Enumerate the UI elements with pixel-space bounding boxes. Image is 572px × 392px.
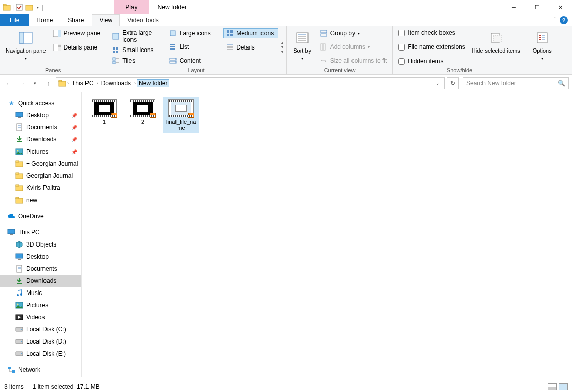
medium-icons-button[interactable]: Medium icons: [223, 28, 278, 38]
svg-rect-64: [16, 197, 19, 199]
qat-dropdown-icon[interactable]: ▾: [35, 5, 41, 10]
file-item[interactable]: 2: [124, 97, 161, 133]
collapse-ribbon-icon[interactable]: ˆ: [554, 17, 556, 23]
tree-item-desktop[interactable]: Desktop: [0, 251, 81, 263]
file-item[interactable]: 1: [86, 97, 122, 133]
tab-share[interactable]: Share: [60, 14, 92, 26]
tree-network[interactable]: Network: [0, 364, 81, 376]
breadcrumb-this-pc[interactable]: This PC: [70, 80, 96, 87]
content-button[interactable]: Content: [166, 56, 221, 66]
file-list[interactable]: 12final_file_name: [82, 92, 572, 377]
tree-item-documents[interactable]: Documents: [0, 263, 81, 275]
layout-scroll-down-icon[interactable]: ▾: [281, 45, 283, 50]
svg-point-83: [21, 353, 22, 354]
tree-item-desktop[interactable]: Desktop📌: [0, 109, 81, 121]
svg-rect-50: [18, 117, 21, 118]
tree-item-music[interactable]: Music: [0, 287, 81, 299]
tree-item-downloads[interactable]: Downloads: [0, 275, 81, 287]
tree-item-georgian-journal[interactable]: Georgian Journal: [0, 170, 81, 182]
file-item[interactable]: final_file_name: [163, 97, 199, 133]
layout-scroll-up-icon[interactable]: ▴: [281, 40, 283, 45]
small-icons-icon: [112, 46, 120, 54]
status-count: 3 items: [4, 383, 24, 390]
svg-rect-12: [113, 33, 119, 39]
minimize-button[interactable]: ─: [502, 0, 525, 14]
size-columns-button[interactable]: Size all columns to fit: [317, 56, 390, 66]
tree-item-pictures[interactable]: Pictures: [0, 299, 81, 311]
tree-item-3d-objects[interactable]: 3D Objects: [0, 238, 81, 251]
file-name: final_file_name: [164, 119, 198, 131]
status-bar: 3 items 1 item selected 17.1 MB: [0, 381, 572, 392]
tree-item-videos[interactable]: Videos: [0, 311, 81, 323]
tree-item-local-disk-d-[interactable]: Local Disk (D:): [0, 335, 81, 348]
small-icons-button[interactable]: Small icons: [109, 45, 164, 55]
sort-by-button[interactable]: Sort by▾: [290, 28, 315, 66]
refresh-button[interactable]: ↻: [447, 77, 459, 89]
tree-item-documents[interactable]: Documents📌: [0, 121, 81, 133]
svg-rect-60: [16, 173, 19, 174]
navigation-pane-button[interactable]: Navigation pane▾: [3, 28, 49, 66]
svg-rect-7: [58, 30, 61, 37]
tiles-button[interactable]: Tiles: [109, 56, 164, 66]
nav-pane-icon: [18, 30, 34, 46]
hidden-items-checkbox[interactable]: Hidden items: [396, 57, 467, 66]
tab-view[interactable]: View: [92, 14, 120, 26]
svg-rect-9: [58, 44, 61, 51]
extra-large-icons-button[interactable]: Extra large icons: [109, 28, 164, 44]
large-icons-button[interactable]: Large icons: [166, 28, 221, 38]
cloud-icon: [7, 212, 15, 220]
file-extensions-checkbox[interactable]: File name extensions: [396, 42, 467, 52]
list-button[interactable]: List: [166, 42, 221, 52]
options-button[interactable]: Options▾: [530, 28, 555, 66]
details-view-button[interactable]: Details: [223, 42, 278, 53]
up-button[interactable]: ↑: [42, 78, 54, 89]
tree-item-local-disk-e-[interactable]: Local Disk (E:): [0, 348, 81, 360]
group-by-button[interactable]: Group by ▾: [317, 28, 390, 38]
maximize-button[interactable]: ☐: [525, 0, 549, 14]
tree-quick-access[interactable]: ★Quick access: [0, 97, 81, 109]
add-columns-button[interactable]: Add columns ▾: [317, 42, 390, 52]
context-tab-play[interactable]: Play: [114, 0, 148, 14]
item-check-boxes-checkbox[interactable]: Item check boxes: [396, 28, 467, 37]
address-dropdown-icon[interactable]: ⌄: [434, 81, 442, 86]
content-icon: [169, 57, 177, 65]
breadcrumb-downloads[interactable]: Downloads: [99, 80, 133, 87]
chevron-right-icon[interactable]: ›: [134, 81, 136, 86]
tab-home[interactable]: Home: [29, 14, 60, 26]
tree-item-downloads[interactable]: Downloads📌: [0, 133, 81, 145]
back-button[interactable]: ←: [3, 78, 14, 89]
svg-rect-29: [227, 34, 229, 36]
tree-item-local-disk-c-[interactable]: Local Disk (C:): [0, 323, 81, 335]
search-input[interactable]: Search New folder 🔍: [463, 77, 569, 89]
recent-locations-button[interactable]: ▾: [29, 78, 40, 89]
layout-more-icon[interactable]: ▾: [281, 50, 283, 54]
address-box[interactable]: › This PC › Downloads › New folder ⌄: [56, 77, 445, 89]
3d-icon: [15, 240, 23, 249]
tree-item-new[interactable]: new: [0, 194, 81, 206]
chevron-right-icon[interactable]: ›: [67, 81, 69, 86]
folder-icon: [15, 184, 23, 192]
folder-icon[interactable]: [25, 3, 34, 12]
details-pane-icon: [53, 43, 61, 52]
breadcrumb-new-folder[interactable]: New folder: [137, 79, 169, 87]
star-icon: ★: [7, 99, 15, 107]
close-button[interactable]: ✕: [549, 0, 572, 14]
tree-item-pictures[interactable]: Pictures📌: [0, 145, 81, 158]
icons-view-icon[interactable]: [559, 383, 568, 390]
tab-file[interactable]: File: [0, 14, 29, 26]
details-view-icon[interactable]: [548, 383, 557, 390]
tab-video-tools[interactable]: Video Tools: [120, 14, 166, 26]
help-icon[interactable]: ?: [560, 16, 568, 24]
checkbox-icon[interactable]: [15, 3, 24, 12]
hide-selected-button[interactable]: Hide selected items: [469, 28, 523, 66]
tree-onedrive[interactable]: OneDrive: [0, 210, 81, 222]
preview-pane-button[interactable]: Preview pane: [51, 28, 103, 38]
tree-item-kviris-palitra[interactable]: Kviris Palitra: [0, 182, 81, 194]
forward-button[interactable]: →: [16, 78, 27, 89]
medium-icons-icon: [226, 29, 234, 37]
chevron-right-icon[interactable]: ›: [97, 81, 98, 86]
details-pane-button[interactable]: Details pane: [51, 42, 103, 53]
tree-item--georgian-journal[interactable]: + Georgian Journal: [0, 158, 81, 170]
tree-this-pc[interactable]: This PC: [0, 226, 81, 238]
downloads-icon: [15, 277, 23, 285]
